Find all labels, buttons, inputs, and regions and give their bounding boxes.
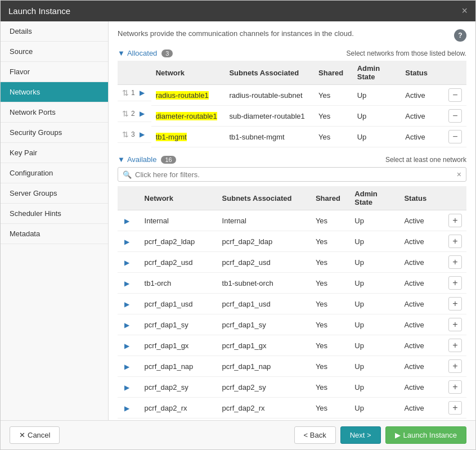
row-expand-button[interactable]: ▶ [137,110,147,118]
sidebar-item-metadata[interactable]: Metadata [1,224,108,244]
drag-handle-icon[interactable]: ⇅ [122,109,129,118]
sidebar-item-network-ports[interactable]: Network Ports [1,102,108,123]
available-row-subnets: Internal [218,210,311,231]
available-row-name: pcrf_dap2_rx [140,398,218,418]
allocated-row-shared: Yes [314,106,353,127]
row-number: 3 [131,130,135,138]
allocated-row-shared: Yes [314,127,353,147]
sidebar-item-configuration[interactable]: Configuration [1,163,108,183]
row-expand-button[interactable]: ▶ [122,363,132,371]
row-expand-button[interactable]: ▶ [122,321,132,329]
available-row-shared: Yes [311,252,350,273]
available-label: Available [127,155,157,164]
add-network-button[interactable]: + [448,214,462,227]
available-row-status: Active [399,398,444,418]
available-row-shared: Yes [311,335,350,356]
drag-handle-icon[interactable]: ⇅ [122,88,129,97]
clear-search-button[interactable]: × [457,170,461,179]
launch-rocket-icon: ▶ [395,431,401,439]
back-button[interactable]: < Back [294,426,336,444]
add-network-button[interactable]: + [448,235,462,248]
sidebar-item-security-groups[interactable]: Security Groups [1,123,108,143]
allocated-col-admin: Admin State [353,61,401,85]
add-network-button[interactable]: + [448,359,462,373]
available-col-status: Status [399,186,444,210]
available-row-name: tb1-orch [140,273,218,294]
available-row-name: pcrf_dap2_usd [140,252,218,273]
launch-button[interactable]: ▶ Launch Instance [385,426,466,444]
search-input[interactable] [135,170,457,179]
remove-network-button[interactable]: − [448,130,462,143]
allocated-row-num-cell: ⇅ 1 ▶ [118,85,151,101]
allocated-label: Allocated [127,49,157,57]
help-button[interactable]: ? [454,29,466,42]
close-button[interactable]: × [461,5,468,17]
add-network-button[interactable]: + [448,339,462,352]
available-row-expand-cell: ▶ [118,273,140,294]
available-row-admin-state: Up [350,273,399,294]
row-expand-button[interactable]: ▶ [122,404,132,412]
available-row-subnets: pcrf_dap2_rx [218,398,311,418]
modal-header: Launch Instance × [1,1,475,21]
row-expand-button[interactable]: ▶ [122,238,132,246]
row-expand-button[interactable]: ▶ [122,384,132,392]
available-row-admin-state: Up [350,294,399,314]
available-row-name: pcrf_dap2_sy [140,377,218,398]
allocated-chevron-icon: ▼ [118,49,125,57]
available-row-name: pcrf_dap1_usd [140,294,218,314]
row-expand-button[interactable]: ▶ [137,89,147,97]
available-row-shared: Yes [311,231,350,252]
available-row-status: Active [399,377,444,398]
row-expand-button[interactable]: ▶ [122,217,132,225]
available-section: ▼ Available 16 Select at least one netwo… [118,155,466,418]
add-network-button[interactable]: + [448,380,462,394]
add-network-button[interactable]: + [448,255,462,269]
row-expand-button[interactable]: ▶ [122,259,132,267]
available-row-shared: Yes [311,377,350,398]
available-row-admin-state: Up [350,377,399,398]
allocated-col-status: Status [401,61,444,85]
sidebar-item-scheduler-hints[interactable]: Scheduler Hints [1,204,108,224]
available-row-admin-state: Up [350,335,399,356]
available-toggle[interactable]: ▼ Available 16 [118,155,176,164]
available-row-name: Internal [140,210,218,231]
drag-handle-icon[interactable]: ⇅ [122,130,129,139]
row-expand-button[interactable]: ▶ [137,130,147,138]
cancel-button[interactable]: ✕ Cancel [10,426,60,444]
sidebar: DetailsSourceFlavorNetworksNetwork Ports… [1,21,109,420]
row-expand-button[interactable]: ▶ [122,300,132,308]
available-table-row: ▶ pcrf_dap1_sy pcrf_dap1_sy Yes Up Activ… [118,314,466,335]
sidebar-item-flavor[interactable]: Flavor [1,62,108,82]
row-expand-button[interactable]: ▶ [122,342,132,350]
row-number: 2 [131,110,135,118]
available-row-admin-state: Up [350,231,399,252]
launch-instance-modal: Launch Instance × DetailsSourceFlavorNet… [0,0,476,450]
row-expand-button[interactable]: ▶ [122,280,132,287]
sidebar-item-key-pair[interactable]: Key Pair [1,143,108,163]
available-row-action: + [444,356,466,377]
available-row-subnets: pcrf_dap1_sy [218,314,311,335]
sidebar-item-details[interactable]: Details [1,21,108,42]
available-row-action: + [444,398,466,418]
available-row-expand-cell: ▶ [118,294,140,314]
search-bar: 🔍 × [118,167,466,182]
available-row-status: Active [399,210,444,231]
sidebar-item-networks[interactable]: Networks [1,82,108,102]
allocated-row-num-cell: ⇅ 3 ▶ [118,127,151,143]
sidebar-item-source[interactable]: Source [1,42,108,62]
available-row-subnets: tb1-subnet-orch [218,273,311,294]
add-network-button[interactable]: + [448,401,462,415]
add-network-button[interactable]: + [448,318,462,331]
add-network-button[interactable]: + [448,276,462,290]
available-table-row: ▶ pcrf_dap2_ldap pcrf_dap2_ldap Yes Up A… [118,231,466,252]
next-button[interactable]: Next > [340,426,381,444]
available-row-status: Active [399,314,444,335]
modal-footer: ✕ Cancel < Back Next > ▶ Launch Instance [1,420,475,449]
sidebar-item-server-groups[interactable]: Server Groups [1,183,108,204]
allocated-toggle[interactable]: ▼ Allocated 3 [118,49,173,57]
remove-network-button[interactable]: − [448,88,462,102]
remove-network-button[interactable]: − [448,109,462,123]
add-network-button[interactable]: + [448,297,462,310]
allocated-table-header-row: Network Subnets Associated Shared Admin … [118,61,466,85]
available-row-shared: Yes [311,398,350,418]
